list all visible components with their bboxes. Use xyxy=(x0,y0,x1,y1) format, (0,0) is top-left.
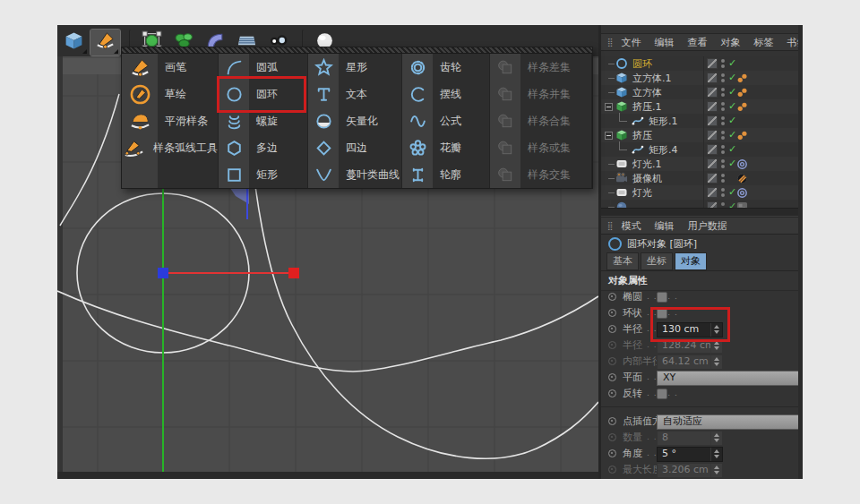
x-axis-handle[interactable] xyxy=(288,268,299,278)
spinner[interactable] xyxy=(710,339,722,353)
menu-item[interactable]: 样条弧线工具 xyxy=(122,134,218,161)
visibility-dots[interactable] xyxy=(721,73,725,82)
visibility-dots[interactable] xyxy=(721,116,725,125)
object-row[interactable]: 立方体.1 ✓ xyxy=(601,71,798,85)
object-row[interactable]: 摄像机 ✓ xyxy=(601,171,798,185)
menu-item[interactable]: 样条交集 xyxy=(490,161,591,188)
layer-swatch[interactable] xyxy=(707,58,718,69)
object-row[interactable]: 矩形.1 ✓ xyxy=(601,114,798,128)
object-row[interactable]: 灯光.1 ✓ xyxy=(601,157,798,171)
visibility-dots[interactable] xyxy=(721,59,725,68)
menu-item[interactable]: 平滑样条 xyxy=(122,107,218,134)
attribute-manager-menu-item[interactable]: 用户数据 xyxy=(688,219,727,233)
attribute-number-field[interactable]: 130 cm xyxy=(657,322,723,337)
object-manager-menu-item[interactable]: 对象 xyxy=(721,36,741,49)
spline-pen-button[interactable] xyxy=(90,30,120,56)
visibility-dots[interactable] xyxy=(721,159,725,168)
object-manager-menu-item[interactable]: 书签 xyxy=(787,36,803,49)
keyframe-dot-icon[interactable] xyxy=(608,309,616,317)
keyframe-dot-icon[interactable] xyxy=(608,293,616,301)
keyframe-dot-icon[interactable] xyxy=(608,373,616,381)
enabled-check-icon[interactable]: ✓ xyxy=(728,129,736,141)
layer-swatch[interactable] xyxy=(707,130,718,141)
keyframe-dot-icon[interactable] xyxy=(608,466,616,474)
add-cube-button[interactable] xyxy=(59,30,89,56)
attribute-manager-menu-item[interactable]: 模式 xyxy=(622,219,641,233)
collapse-toggle[interactable] xyxy=(605,132,613,140)
enabled-check-icon[interactable]: ✓ xyxy=(728,158,736,170)
attribute-dropdown[interactable]: XY xyxy=(657,371,800,386)
menu-item[interactable]: 四边 xyxy=(308,134,401,161)
object-manager-menu-item[interactable]: 标签 xyxy=(754,36,774,49)
layer-swatch[interactable] xyxy=(707,87,718,98)
tag-phong-icon[interactable] xyxy=(736,87,748,98)
spinner[interactable] xyxy=(710,448,722,461)
menu-item[interactable]: 螺旋 xyxy=(219,107,307,134)
tag-gray-icon[interactable] xyxy=(736,201,748,209)
layer-swatch[interactable] xyxy=(707,173,718,184)
spinner[interactable] xyxy=(710,431,722,445)
tag-phong-icon[interactable] xyxy=(736,101,748,113)
layer-swatch[interactable] xyxy=(707,101,718,112)
layer-swatch[interactable] xyxy=(707,73,718,83)
attribute-tab[interactable]: 坐标 xyxy=(641,252,673,270)
object-row[interactable]: 立方体 ✓ xyxy=(601,85,798,99)
menu-item[interactable]: 圆弧 xyxy=(219,54,307,81)
menu-item[interactable]: 齿轮 xyxy=(402,54,489,81)
enabled-check-icon[interactable]: ✓ xyxy=(728,143,736,156)
attribute-checkbox[interactable] xyxy=(657,389,667,399)
attribute-tab[interactable]: 对象 xyxy=(675,252,707,270)
panel-grip-icon[interactable]: ⣿ xyxy=(607,38,615,47)
panel-grip-icon[interactable]: ⣿ xyxy=(607,221,615,230)
attribute-tab[interactable]: 基本 xyxy=(606,252,639,270)
menu-item[interactable]: 轮廓 xyxy=(402,161,489,188)
menu-item[interactable]: 星形 xyxy=(308,54,401,81)
menu-item[interactable]: 矢量化 xyxy=(308,107,401,134)
object-row[interactable]: 矩形.4 ✓ xyxy=(601,142,798,157)
visibility-dots[interactable] xyxy=(721,174,725,183)
layer-swatch[interactable] xyxy=(707,144,718,155)
object-row[interactable]: 挤压.1 ✓ xyxy=(601,99,798,114)
object-row[interactable]: 挤压 ✓ xyxy=(601,128,798,142)
keyframe-dot-icon[interactable] xyxy=(608,357,616,365)
attribute-dropdown[interactable]: 自动适应 xyxy=(657,414,800,430)
menu-item[interactable]: 样条合集 xyxy=(490,107,591,134)
menu-item[interactable]: 样条差集 xyxy=(490,54,591,81)
visibility-dots[interactable] xyxy=(721,88,725,97)
visibility-dots[interactable] xyxy=(721,102,725,111)
keyframe-dot-icon[interactable] xyxy=(608,433,616,441)
keyframe-dot-icon[interactable] xyxy=(608,417,616,425)
keyframe-dot-icon[interactable] xyxy=(608,389,616,397)
menu-item[interactable]: 公式 xyxy=(402,107,489,134)
tag-target-icon[interactable] xyxy=(736,158,748,170)
attribute-manager-menu-item[interactable]: 编辑 xyxy=(655,219,675,233)
attribute-number-field[interactable]: 64.12 cm xyxy=(657,355,723,370)
attribute-number-field[interactable]: 8 xyxy=(657,431,723,446)
attribute-checkbox[interactable] xyxy=(657,308,667,319)
keyframe-dot-icon[interactable] xyxy=(608,325,616,333)
spinner[interactable] xyxy=(710,323,722,337)
object-manager-menu-item[interactable]: 文件 xyxy=(622,36,641,49)
menu-item[interactable]: 样条或集 xyxy=(490,134,591,161)
spinner[interactable] xyxy=(710,464,722,477)
menu-item[interactable]: 文本 xyxy=(308,81,401,107)
attribute-number-field[interactable]: 5 ° xyxy=(657,447,723,462)
menu-item[interactable]: 圆环 xyxy=(219,81,307,107)
menu-item[interactable]: 摆线 xyxy=(402,81,489,107)
visibility-dots[interactable] xyxy=(721,188,725,197)
object-manager-menu-item[interactable]: 编辑 xyxy=(655,36,675,49)
attribute-number-field[interactable]: 3.206 cm xyxy=(657,463,723,478)
menu-tearoff-strip[interactable] xyxy=(122,47,592,54)
object-row[interactable]: 圆环 ✓ xyxy=(601,56,798,71)
menu-item[interactable]: 蔓叶类曲线 xyxy=(308,161,401,188)
menu-item[interactable]: 花瓣 xyxy=(402,134,489,161)
enabled-check-icon[interactable]: ✓ xyxy=(728,72,736,84)
keyframe-dot-icon[interactable] xyxy=(608,449,616,457)
object-row[interactable]: ✓ xyxy=(601,200,798,208)
attribute-number-field[interactable]: 128.24 cm xyxy=(657,338,723,354)
tag-camera-icon[interactable] xyxy=(736,173,748,184)
enabled-check-icon[interactable]: ✓ xyxy=(728,100,736,113)
object-manager-menu-item[interactable]: 查看 xyxy=(688,36,708,49)
tag-phong-icon[interactable] xyxy=(736,73,748,84)
layer-swatch[interactable] xyxy=(707,115,718,126)
